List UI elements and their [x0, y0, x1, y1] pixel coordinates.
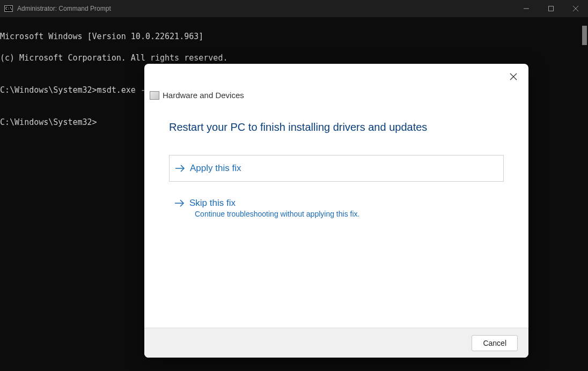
- apply-fix-option[interactable]: Apply this fix: [169, 155, 504, 182]
- skip-fix-label: Skip this fix: [189, 198, 236, 209]
- terminal-line: (c) Microsoft Corporation. All rights re…: [0, 53, 588, 63]
- cmd-icon: C:\: [4, 4, 13, 13]
- hardware-icon: [150, 91, 159, 100]
- close-button[interactable]: [563, 0, 588, 17]
- skip-fix-subtitle: Continue troubleshooting without applyin…: [195, 210, 498, 218]
- dialog-main-title: Restart your PC to finish installing dri…: [169, 121, 504, 133]
- window-title: Administrator: Command Prompt: [17, 5, 111, 12]
- dialog-header-title: Hardware and Devices: [163, 91, 244, 100]
- terminal-line: Microsoft Windows [Version 10.0.22621.96…: [0, 31, 588, 42]
- minimize-button[interactable]: [514, 0, 539, 17]
- dialog-close-button[interactable]: [505, 68, 522, 85]
- maximize-button[interactable]: [539, 0, 563, 17]
- window-titlebar: C:\ Administrator: Command Prompt: [0, 0, 588, 17]
- skip-fix-option[interactable]: Skip this fix Continue troubleshooting w…: [169, 190, 504, 226]
- window-controls: [514, 0, 588, 17]
- apply-fix-label: Apply this fix: [190, 163, 241, 174]
- arrow-right-icon: [175, 164, 186, 173]
- troubleshooter-dialog: Hardware and Devices Restart your PC to …: [144, 64, 528, 358]
- svg-text:C:\: C:\: [5, 6, 12, 11]
- cancel-button[interactable]: Cancel: [472, 335, 518, 351]
- scrollbar-thumb[interactable]: [582, 26, 587, 45]
- dialog-footer: Cancel: [144, 328, 528, 358]
- arrow-right-icon: [174, 199, 185, 207]
- svg-rect-3: [549, 6, 554, 11]
- dialog-body: Restart your PC to finish installing dri…: [144, 100, 528, 328]
- dialog-header: Hardware and Devices: [144, 64, 528, 100]
